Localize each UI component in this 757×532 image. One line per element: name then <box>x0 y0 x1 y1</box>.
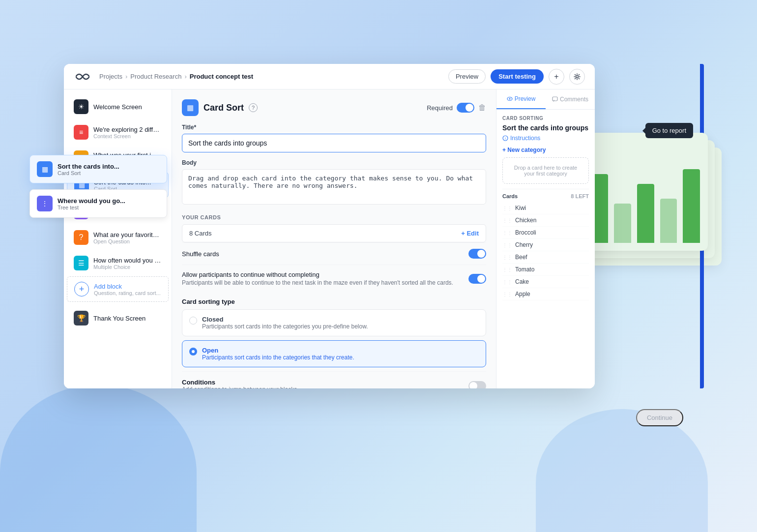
tab-preview-label: Preview <box>515 95 536 102</box>
card-label: Apple <box>515 291 530 297</box>
start-testing-button[interactable]: Start testing <box>491 69 544 84</box>
preview-button[interactable]: Preview <box>448 69 486 84</box>
preview-tabs: Preview Comments <box>496 89 595 110</box>
cards-bar: 8 Cards + Edit <box>182 224 486 242</box>
top-bar: Projects › Product Research › Product co… <box>64 64 595 89</box>
info-icon[interactable]: ? <box>249 103 258 112</box>
cards-list: ⋮⋮Kiwi⋮⋮Chicken⋮⋮Broccoli⋮⋮Cherry⋮⋮Beef⋮… <box>502 202 589 300</box>
bg-decoration-2 <box>536 409 708 532</box>
drag-handle: ⋮⋮ <box>502 255 512 260</box>
edit-cards-button[interactable]: + Edit <box>461 230 479 237</box>
sidebar-item-thankyou[interactable]: 🏆 Thank You Screen <box>67 306 169 330</box>
shuffle-toggle[interactable] <box>468 249 486 259</box>
add-block-title: Add block <box>94 283 161 290</box>
sidebar-item-multiplechoice[interactable]: ☰ How often would you use C... Multiple … <box>67 251 169 275</box>
sidebar-add-text: Add block Question, rating, card sort... <box>94 283 161 296</box>
card-type-closed[interactable]: Closed Participants sort cards into the … <box>182 309 486 336</box>
new-category-button[interactable]: + New category <box>502 147 589 153</box>
floating-card-title: Sort the cards into... <box>58 163 119 170</box>
sidebar-item-welcome[interactable]: ☀ Welcome Screen <box>67 94 169 119</box>
tab-preview[interactable]: Preview <box>496 89 546 109</box>
floating-card-tree: ⋮ Where would you go... Tree test <box>29 189 167 218</box>
continue-button[interactable]: Continue <box>636 409 683 426</box>
sidebar-item-text-multiplechoice: How often would you use C... Multiple Ch… <box>93 257 162 270</box>
card-list-item: ⋮⋮Chicken <box>502 214 589 227</box>
eye-icon <box>507 96 513 102</box>
cards-header-label: Cards <box>502 193 518 199</box>
top-bar-actions: Preview Start testing + <box>448 69 585 85</box>
settings-button[interactable] <box>569 69 585 85</box>
floating-card-text: Sort the cards into... Card Sort <box>58 163 119 176</box>
add-block-icon: + <box>74 282 89 296</box>
card-label: Chicken <box>515 217 536 224</box>
conditions-label: Conditions <box>182 379 297 386</box>
card-list-item: ⋮⋮Tomato <box>502 264 589 276</box>
sidebar-item-context[interactable]: ≡ We're exploring 2 different ... Contex… <box>67 120 169 145</box>
tab-comments[interactable]: Comments <box>546 89 595 109</box>
right-panel: Preview Comments CARD SORTING Sort the c… <box>496 89 595 388</box>
drag-handle: ⋮⋮ <box>502 206 512 211</box>
cards-left-count: 8 LEFT <box>571 193 589 199</box>
your-cards-label: YOUR CARDS <box>182 214 486 220</box>
sidebar-item-text-thankyou: Thank You Screen <box>93 315 162 322</box>
comment-icon <box>552 96 558 102</box>
svg-point-0 <box>576 75 579 78</box>
sidebar-item-sub-multiplechoice: Multiple Choice <box>93 264 162 270</box>
sidebar-item-sub-openq: Open Question <box>93 238 162 244</box>
allow-continue-sub: Participants will be able to continue to… <box>182 279 463 286</box>
add-button[interactable]: + <box>549 69 564 85</box>
allow-continue-text: Allow participants to continue without c… <box>182 271 468 286</box>
sidebar-icon-thankyou: 🏆 <box>74 311 88 325</box>
sidebar-add-block[interactable]: + Add block Question, rating, card sort.… <box>67 276 169 302</box>
sidebar-item-sub-context: Context Screen <box>93 133 162 139</box>
main-window: Projects › Product Research › Product co… <box>64 64 595 388</box>
sidebar-icon-openq: ? <box>74 230 88 245</box>
sidebar-item-text-welcome: Welcome Screen <box>93 103 162 111</box>
breadcrumb-sep1: › <box>125 73 127 80</box>
drop-zone: Drop a card here to create your first ca… <box>502 157 589 184</box>
card-type-section-label: Card sorting type <box>182 298 486 305</box>
drag-handle: ⋮⋮ <box>502 267 512 272</box>
body-textarea[interactable]: Drag and drop each card into the categor… <box>182 169 486 205</box>
floating-card-icon: ▦ <box>37 161 53 177</box>
floating-card2-text: Where would you go... Tree test <box>58 197 125 210</box>
title-input[interactable] <box>182 134 486 152</box>
required-toggle[interactable] <box>457 103 474 113</box>
card-type-open[interactable]: Open Participants sort cards into the ca… <box>182 340 486 367</box>
conditions-sub: Add conditions to jump between your bloc… <box>182 386 297 388</box>
cards-header: Cards 8 LEFT <box>502 189 589 199</box>
instructions-link[interactable]: i Instructions <box>502 135 589 142</box>
svg-text:i: i <box>505 137 506 140</box>
card-list-item: ⋮⋮Broccoli <box>502 227 589 239</box>
chart-bar-3 <box>614 204 631 243</box>
closed-sub: Participants sort cards into the categor… <box>202 323 368 330</box>
preview-content: CARD SORTING Sort the cards into groups … <box>496 110 595 306</box>
logo-icon <box>76 72 89 82</box>
allow-continue-label: Allow participants to continue without c… <box>182 271 463 278</box>
closed-title: Closed <box>202 316 368 323</box>
gear-icon <box>574 73 581 80</box>
breadcrumb-research[interactable]: Product Research <box>130 73 181 80</box>
window-body: ☀ Welcome Screen ≡ We're exploring 2 dif… <box>64 89 595 388</box>
radio-closed <box>189 317 197 325</box>
shuffle-row: Shuffle cards <box>182 242 486 265</box>
add-block-sub: Question, rating, card sort... <box>94 290 161 296</box>
info-circle-icon: i <box>502 135 508 141</box>
card-label: Broccoli <box>515 229 536 236</box>
svg-point-2 <box>509 98 510 100</box>
conditions-toggle[interactable] <box>468 381 486 389</box>
shuffle-label: Shuffle cards <box>182 250 219 258</box>
sidebar-item-openq[interactable]: ? What are your favorite aspe... Open Qu… <box>67 225 169 250</box>
allow-continue-toggle[interactable] <box>468 274 486 284</box>
go-to-report-popup[interactable]: Go to report <box>645 123 693 138</box>
conditions-row: Conditions Add conditions to jump betwee… <box>182 371 486 388</box>
required-row: Required 🗑 <box>427 103 486 113</box>
delete-icon[interactable]: 🗑 <box>478 103 486 112</box>
allow-continue-row: Allow participants to continue without c… <box>182 265 486 292</box>
breadcrumb-sep2: › <box>184 73 186 80</box>
open-sub: Participants sort cards into the categor… <box>202 354 354 361</box>
card-list-item: ⋮⋮Beef <box>502 251 589 264</box>
drag-handle: ⋮⋮ <box>502 292 512 297</box>
breadcrumb-projects[interactable]: Projects <box>99 73 122 80</box>
sidebar-item-text-openq: What are your favorite aspe... Open Ques… <box>93 231 162 244</box>
